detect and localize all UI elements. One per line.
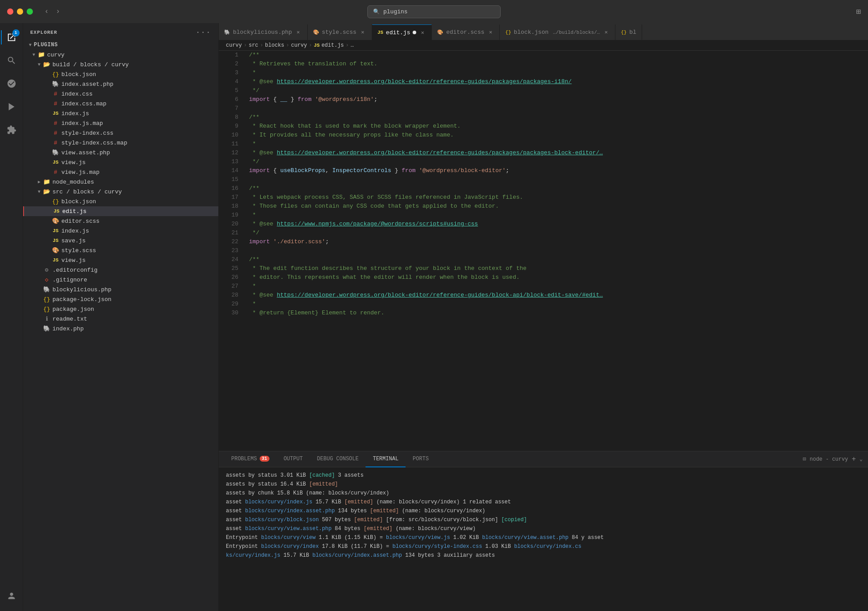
tab-extra[interactable]: {} bl [615, 24, 642, 40]
tab-problems[interactable]: PROBLEMS 31 [224, 451, 277, 467]
build-label: build / blocks / curvy [52, 61, 129, 68]
back-arrow[interactable]: ‹ [42, 7, 52, 16]
sidebar-item-view-js-src[interactable]: JS view.js [23, 255, 218, 265]
sidebar-item-gitignore[interactable]: ◇ .gitignore [23, 275, 218, 285]
file-label: package-lock.json [52, 296, 112, 303]
crumb-js-icon: JS [314, 43, 320, 48]
tab-close[interactable]: ✕ [603, 29, 610, 36]
ln-27: 27 [219, 282, 238, 291]
terminal-line: assets by status 16.4 KiB [emitted] [226, 480, 861, 489]
file-label: index.css.map [61, 100, 106, 107]
sidebar-item-package-lock[interactable]: {} package-lock.json [23, 294, 218, 304]
tab-ports[interactable]: PORTS [406, 451, 436, 467]
sidebar-item-view-asset-php[interactable]: 🐘 view.asset.php [23, 148, 218, 157]
sidebar-item-block-json-build[interactable]: {} block.json [23, 69, 218, 79]
crumb-src[interactable]: src [249, 42, 258, 48]
tab-block-json[interactable]: {} block.json …/build/blocks/… ✕ [500, 24, 615, 40]
sidebar-item-index-css[interactable]: # index.css [23, 89, 218, 99]
sidebar-item-style-index-map[interactable]: # style-index.css.map [23, 138, 218, 148]
code-editor[interactable]: 1 2 3 4 5 6 7 8 9 10 11 12 13 14 15 16 1… [219, 51, 868, 451]
activity-search[interactable] [1, 50, 22, 71]
sidebar-title: EXPLORER [30, 30, 57, 35]
code-line-11: * [249, 140, 861, 149]
tab-problems-label: PROBLEMS [231, 456, 257, 462]
tab-style-scss[interactable]: 🎨 style.scss ✕ [308, 24, 372, 40]
ln-22: 22 [219, 237, 238, 246]
sidebar-menu[interactable]: ··· [196, 28, 211, 36]
sidebar-item-build[interactable]: ▼ 📂 build / blocks / curvy [23, 60, 218, 69]
maximize-button[interactable] [27, 8, 33, 15]
file-label: .gitignore [52, 277, 87, 283]
tab-editor-scss[interactable]: 🎨 editor.scss ✕ [432, 24, 500, 40]
global-search[interactable]: 🔍 plugins [367, 5, 501, 18]
tab-output[interactable]: OUTPUT [277, 451, 310, 467]
sidebar-item-src[interactable]: ▼ 📂 src / blocks / curvy [23, 187, 218, 197]
minimize-button[interactable] [17, 8, 23, 15]
search-value: plugins [383, 8, 408, 15]
close-button[interactable] [7, 8, 13, 15]
tab-close[interactable]: ✕ [359, 29, 366, 36]
tab-close[interactable]: ✕ [419, 29, 426, 36]
layout-icon[interactable]: ⊞ [856, 7, 861, 16]
sidebar-item-node-modules[interactable]: ▶ 📁 node_modules [23, 177, 218, 187]
unsaved-indicator [413, 31, 416, 34]
crumb-curvy[interactable]: curvy [226, 42, 242, 48]
tab-ports-label: PORTS [413, 456, 429, 462]
code-line-30: * @return {Element} Element to render. [249, 309, 861, 318]
sidebar-item-editor-scss[interactable]: 🎨 editor.scss [23, 216, 218, 226]
terminal-content[interactable]: assets by status 3.01 KiB [cached] 3 ass… [219, 467, 868, 611]
tab-blockylicious[interactable]: 🐘 blockylicious.php ✕ [219, 24, 308, 40]
activity-run[interactable] [1, 96, 22, 117]
sidebar-item-package-json[interactable]: {} package.json [23, 304, 218, 314]
crumb-blocks[interactable]: blocks [265, 42, 284, 48]
code-content[interactable]: /** * Retrieves the translation of text.… [242, 51, 868, 451]
ln-14: 14 [219, 166, 238, 175]
ln-20: 20 [219, 220, 238, 229]
activity-explorer[interactable]: 1 [1, 27, 22, 48]
ln-16: 16 [219, 184, 238, 193]
file-label: index.asset.php [61, 81, 113, 88]
ln-26: 26 [219, 273, 238, 282]
editor-area: 🐘 blockylicious.php ✕ 🎨 style.scss ✕ JS … [219, 23, 868, 611]
sidebar-item-index-asset-php[interactable]: 🐘 index.asset.php [23, 79, 218, 89]
forward-arrow[interactable]: › [53, 7, 63, 16]
tab-debug[interactable]: DEBUG CONSOLE [310, 451, 366, 467]
navigation-arrows: ‹ › [42, 7, 63, 16]
tab-terminal[interactable]: TERMINAL [366, 451, 406, 467]
sidebar-item-blockylicious[interactable]: 🐘 blockylicious.php [23, 285, 218, 294]
sidebar-item-style-scss[interactable]: 🎨 style.scss [23, 245, 218, 255]
sidebar-item-block-json-src[interactable]: {} block.json [23, 197, 218, 206]
sidebar-header: EXPLORER ··· [23, 23, 218, 40]
tab-close[interactable]: ✕ [487, 29, 494, 36]
tab-icon: {} [505, 30, 511, 35]
sidebar-item-index-php[interactable]: 🐘 index.php [23, 324, 218, 334]
sidebar-item-view-js-map[interactable]: # view.js.map [23, 167, 218, 177]
file-label: blockylicious.php [52, 286, 112, 293]
activity-git[interactable] [1, 73, 22, 94]
activity-account[interactable] [1, 588, 22, 609]
sidebar-item-readme[interactable]: ℹ readme.txt [23, 314, 218, 324]
sidebar-item-index-js-build[interactable]: JS index.js [23, 109, 218, 118]
crumb-edit-js[interactable]: edit.js [321, 42, 344, 48]
sidebar-item-index-js-map[interactable]: # index.js.map [23, 118, 218, 128]
sidebar-item-style-index-css[interactable]: # style-index.css [23, 128, 218, 138]
sidebar-item-index-js-src[interactable]: JS index.js [23, 226, 218, 236]
tab-edit-js[interactable]: JS edit.js ✕ [372, 24, 432, 40]
code-line-20: * @see https://www.npmjs.com/package/@wo… [249, 220, 861, 229]
sidebar-item-curvy[interactable]: ▼ 📁 curvy [23, 50, 218, 60]
sidebar-item-editorconfig[interactable]: ⚙ .editorconfig [23, 265, 218, 275]
code-line-1: /** [249, 51, 861, 60]
tab-close[interactable]: ✕ [295, 29, 302, 36]
sidebar-item-view-js[interactable]: JS view.js [23, 157, 218, 167]
sidebar-item-index-css-map[interactable]: # index.css.map [23, 99, 218, 109]
terminal-split[interactable]: ⌄ [860, 456, 863, 462]
sidebar-item-edit-js[interactable]: JS edit.js [23, 206, 218, 216]
crumb-ellipsis[interactable]: … [351, 42, 354, 48]
terminal-add[interactable]: + [852, 455, 856, 463]
sidebar-item-save-js[interactable]: JS save.js [23, 236, 218, 245]
window-controls [7, 8, 33, 15]
ln-2: 2 [219, 60, 238, 68]
activity-extensions[interactable] [1, 119, 22, 141]
crumb-curvy2[interactable]: curvy [291, 42, 307, 48]
sidebar-item-plugins-root[interactable]: ▼ PLUGINS [23, 40, 218, 50]
